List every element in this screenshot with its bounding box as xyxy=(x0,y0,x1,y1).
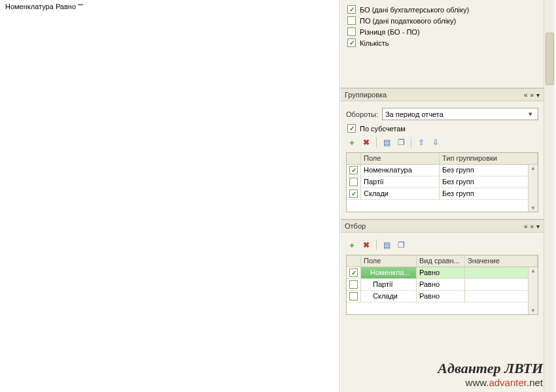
data-option-row[interactable]: БО (дані бухгалтерського обліку) xyxy=(346,4,538,15)
data-options-section: БО (дані бухгалтерського обліку) ПО (дан… xyxy=(341,0,544,88)
grid-header-checkbox xyxy=(347,255,361,267)
data-option-label: ПО (дані податкового обліку) xyxy=(360,17,456,25)
section-title: Группировка xyxy=(345,91,387,99)
active-filter-description: Номенклатура Равно "" xyxy=(5,3,334,10)
grid-header-value[interactable]: Значение xyxy=(465,255,538,267)
grid-header-field[interactable]: Поле xyxy=(361,153,440,164)
grouping-toolbar: ＋ ✖ ▤ ❐ ⇧ ⇩ xyxy=(346,134,538,152)
add-icon[interactable]: ＋ xyxy=(346,239,358,251)
table-row[interactable]: Склади Без групп xyxy=(347,188,538,200)
checkbox-icon[interactable] xyxy=(349,280,358,289)
cell-comparison[interactable]: Равно xyxy=(417,267,465,278)
panel-scrollbar[interactable] xyxy=(544,0,555,392)
chevron-down-icon[interactable]: ▾ xyxy=(536,91,540,99)
grid-header-row: Поле Тип группировки xyxy=(347,153,538,165)
turnover-dropdown[interactable]: За период отчета ▾ xyxy=(382,108,538,120)
collapse-left-icon[interactable]: « xyxy=(524,223,528,230)
checkbox-icon[interactable] xyxy=(347,124,356,133)
expand-right-icon[interactable]: » xyxy=(530,91,534,99)
filter-toolbar: ＋ ✖ ▤ ❐ xyxy=(346,237,538,255)
cell-field[interactable]: Склади xyxy=(361,188,440,199)
grid-header-row: Поле Вид сравн... Значение xyxy=(347,255,538,267)
table-row[interactable]: Склади Равно xyxy=(347,291,538,302)
checkbox-icon[interactable] xyxy=(349,292,358,301)
move-down-icon[interactable]: ⇩ xyxy=(430,137,442,148)
delete-icon[interactable]: ✖ xyxy=(360,137,372,148)
filter-grid: Поле Вид сравн... Значение Номенкла... Р… xyxy=(346,255,538,315)
scrollbar-thumb[interactable] xyxy=(546,33,554,85)
separator xyxy=(376,240,377,250)
grid-header-type[interactable]: Тип группировки xyxy=(440,153,538,164)
cell-type[interactable]: Без групп xyxy=(440,165,538,176)
checkbox-icon[interactable] xyxy=(347,16,356,25)
checkbox-icon[interactable] xyxy=(349,166,358,174)
expand-right-icon[interactable]: » xyxy=(530,223,534,230)
checkbox-icon[interactable] xyxy=(349,269,358,277)
grouping-header: Группировка « » ▾ xyxy=(341,88,544,101)
checkbox-icon[interactable] xyxy=(349,189,358,198)
grouping-grid: Поле Тип группировки Номенклатура Без гр… xyxy=(346,152,538,212)
pages-icon[interactable]: ❐ xyxy=(395,239,407,251)
turnover-label: Обороты: xyxy=(346,110,378,118)
chevron-down-icon[interactable]: ▾ xyxy=(536,223,540,230)
cell-value[interactable] xyxy=(465,267,538,278)
cell-type[interactable]: Без групп xyxy=(440,176,538,188)
data-option-label: Різниця (БО - ПО) xyxy=(360,28,420,36)
grid-scrollbar[interactable] xyxy=(528,165,538,212)
table-row[interactable]: Номенкла... Равно xyxy=(347,267,538,279)
filter-header: Отбор « » ▾ xyxy=(341,220,544,233)
main-content: Номенклатура Равно "" xyxy=(0,0,340,392)
chevron-down-icon: ▾ xyxy=(525,110,535,118)
move-up-icon[interactable]: ⇧ xyxy=(415,137,427,148)
page-icon[interactable]: ▤ xyxy=(381,239,392,251)
grid-header-checkbox xyxy=(347,153,361,164)
collapse-left-icon[interactable]: « xyxy=(524,91,528,99)
pages-icon[interactable]: ❐ xyxy=(395,137,407,148)
table-row[interactable]: Номенклатура Без групп xyxy=(347,165,538,176)
grid-header-field[interactable]: Поле xyxy=(361,255,417,267)
data-option-row[interactable]: Різниця (БО - ПО) xyxy=(346,26,538,37)
by-subaccounts-label: По субсчетам xyxy=(360,125,406,133)
section-title: Отбор xyxy=(345,222,366,230)
table-row[interactable]: Партії Без групп xyxy=(347,176,538,188)
checkbox-icon[interactable] xyxy=(347,39,356,47)
checkbox-icon[interactable] xyxy=(347,27,356,36)
data-option-label: Кількість xyxy=(360,39,389,47)
grouping-section: Обороты: За период отчета ▾ По субсчетам… xyxy=(341,101,544,220)
cell-value[interactable] xyxy=(465,291,538,302)
cell-field[interactable]: Партії xyxy=(361,279,417,290)
table-row[interactable]: Партії Равно xyxy=(347,279,538,291)
page-icon[interactable]: ▤ xyxy=(381,137,392,148)
grid-header-comparison[interactable]: Вид сравн... xyxy=(417,255,465,267)
checkbox-icon[interactable] xyxy=(349,178,358,186)
cell-field[interactable]: Номенклатура xyxy=(361,165,440,176)
checkbox-icon[interactable] xyxy=(347,5,356,14)
cell-field[interactable]: Склади xyxy=(361,291,417,302)
cell-field[interactable]: Номенкла... xyxy=(361,267,417,278)
filter-section: ＋ ✖ ▤ ❐ Поле Вид сравн... Значение Номен… xyxy=(341,233,544,321)
cell-field[interactable]: Партії xyxy=(361,176,440,188)
data-option-label: БО (дані бухгалтерського обліку) xyxy=(360,6,469,14)
cell-comparison[interactable]: Равно xyxy=(417,291,465,302)
delete-icon[interactable]: ✖ xyxy=(360,239,372,251)
data-option-row[interactable]: Кількість xyxy=(346,37,538,48)
cell-comparison[interactable]: Равно xyxy=(417,279,465,290)
add-icon[interactable]: ＋ xyxy=(346,137,358,148)
separator xyxy=(411,137,411,148)
separator xyxy=(376,137,377,148)
settings-panel: БО (дані бухгалтерського обліку) ПО (дан… xyxy=(341,0,544,392)
cell-value[interactable] xyxy=(465,279,538,290)
dropdown-value: За период отчета xyxy=(385,110,443,118)
grid-scrollbar[interactable] xyxy=(528,267,538,314)
data-option-row[interactable]: ПО (дані податкового обліку) xyxy=(346,15,538,26)
cell-type[interactable]: Без групп xyxy=(440,188,538,199)
by-subaccounts-row[interactable]: По субсчетам xyxy=(346,123,538,134)
